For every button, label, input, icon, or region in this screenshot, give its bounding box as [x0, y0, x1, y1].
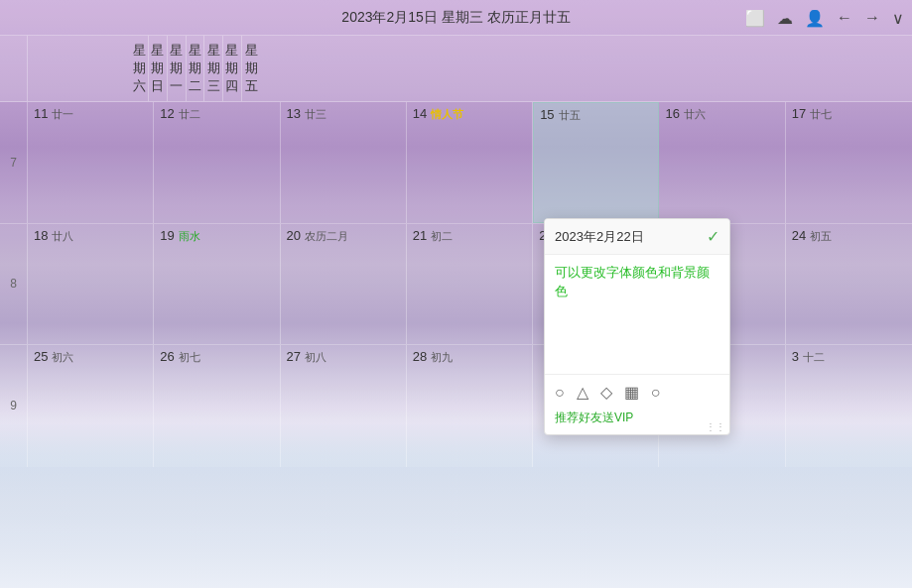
- week-number-8: 8: [0, 224, 28, 345]
- top-bar: 2023年2月15日 星期三 农历正月廿五 ⬜ ☁ 👤 ← → ∨: [0, 0, 912, 36]
- note-popup-header: 2023年2月22日 ✓: [545, 219, 729, 255]
- cell-16[interactable]: 16廿六: [659, 102, 785, 223]
- note-table-icon[interactable]: ▦: [624, 383, 639, 402]
- cell-19[interactable]: 19雨水: [154, 224, 280, 345]
- back-arrow-icon[interactable]: ←: [837, 9, 852, 27]
- week-number-7: 7: [0, 102, 28, 223]
- cell-28[interactable]: 28初九: [407, 345, 533, 467]
- header-thu: 星期四: [223, 36, 242, 101]
- cell-14[interactable]: 14情人节: [407, 102, 533, 223]
- week-9-days: 25初六 26初七 27初八 28初九 3十二: [28, 345, 912, 467]
- header-mon: 星期一: [168, 36, 187, 101]
- note-popup-body[interactable]: 可以更改字体颜色和背景颜色: [545, 255, 729, 374]
- note-check-icon[interactable]: ✓: [707, 227, 719, 246]
- note-diamond-icon[interactable]: ◇: [600, 383, 612, 402]
- week-8-days: 18廿八 19雨水 20农历二月 21初二 22 23 24初五: [28, 224, 912, 345]
- week-number-9: 9: [0, 345, 28, 467]
- cell-26[interactable]: 26初七: [154, 345, 280, 467]
- week-7-days: 11廿一 12廿二 13廿三 14情人节 15廿五 16廿六 1: [28, 102, 912, 223]
- note-toolbar: ○ △ ◇ ▦ ○: [555, 383, 719, 402]
- week-row-8: 8 18廿八 19雨水 20农历二月 21初二 22 23: [0, 224, 912, 346]
- note-popup-footer: ○ △ ◇ ▦ ○ 推荐好友送VIP ⋮⋮: [545, 374, 729, 434]
- chevron-down-icon[interactable]: ∨: [892, 8, 904, 27]
- calendar-body: 7 11廿一 12廿二 13廿三 14情人节 15廿五 16廿六: [0, 102, 912, 588]
- page-title: 2023年2月15日 星期三 农历正月廿五: [341, 9, 570, 27]
- user-icon[interactable]: 👤: [805, 8, 825, 27]
- note-resize-handle[interactable]: ⋮⋮: [706, 421, 725, 432]
- cell-25[interactable]: 25初六: [28, 345, 154, 467]
- header-sat: 星期六: [130, 36, 149, 101]
- header-wed: 星期三: [204, 36, 223, 101]
- header-fri: 星期五: [242, 36, 261, 101]
- cell-mar3[interactable]: 3十二: [786, 345, 912, 467]
- header-sun: 星期日: [149, 36, 168, 101]
- note-popup-date: 2023年2月22日: [555, 228, 644, 246]
- cell-13[interactable]: 13廿三: [281, 102, 407, 223]
- cloud-icon[interactable]: ☁: [777, 8, 793, 27]
- header-tue: 星期二: [187, 36, 205, 101]
- cell-18[interactable]: 18廿八: [28, 224, 154, 345]
- cell-20[interactable]: 20农历二月: [281, 224, 407, 345]
- forward-arrow-icon[interactable]: →: [864, 9, 880, 27]
- week-row-7: 7 11廿一 12廿二 13廿三 14情人节 15廿五 16廿六: [0, 102, 912, 224]
- cell-21[interactable]: 21初二: [407, 224, 533, 345]
- cell-24[interactable]: 24初五: [786, 224, 912, 345]
- note-circle-icon[interactable]: ○: [555, 384, 565, 402]
- week-row-9: 9 25初六 26初七 27初八 28初九 3十二: [0, 345, 912, 467]
- top-bar-icons: ⬜ ☁ 👤 ← → ∨: [745, 8, 904, 27]
- cell-11[interactable]: 11廿一: [28, 102, 154, 223]
- note-triangle-icon[interactable]: △: [577, 383, 588, 402]
- note-clock-icon[interactable]: ○: [651, 384, 661, 402]
- note-popup-text: 可以更改字体颜色和背景颜色: [555, 265, 710, 298]
- calendar-header: 星期六 星期日 星期一 星期二 星期三 星期四 星期五: [0, 36, 912, 102]
- cell-15-today[interactable]: 15廿五: [533, 102, 659, 223]
- tablet-icon[interactable]: ⬜: [745, 8, 765, 27]
- cell-17[interactable]: 17廿七: [786, 102, 912, 223]
- note-popup: 2023年2月22日 ✓ 可以更改字体颜色和背景颜色 ○ △ ◇ ▦ ○ 推荐好…: [544, 218, 730, 435]
- note-vip-link[interactable]: 推荐好友送VIP: [555, 410, 719, 426]
- cell-12[interactable]: 12廿二: [154, 102, 280, 223]
- cell-27[interactable]: 27初八: [281, 345, 407, 467]
